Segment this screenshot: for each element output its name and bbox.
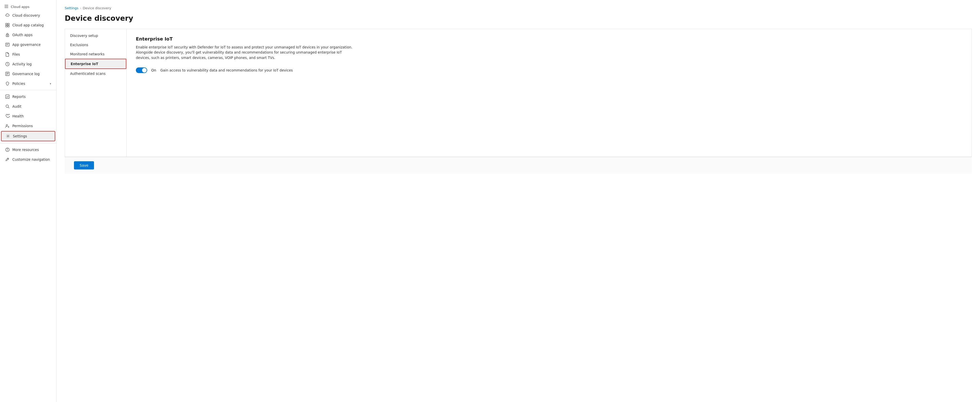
sidebar-item-health[interactable]: Health [1, 112, 55, 121]
content-area: Settings › Device discovery Device disco… [57, 0, 980, 402]
cloud-discovery-icon [5, 13, 10, 18]
sidebar-item-customize-nav[interactable]: Customize navigation [1, 155, 55, 164]
sidebar-item-audit[interactable]: Audit [1, 102, 55, 111]
sidebar-label-files: Files [12, 52, 20, 56]
settings-icon [6, 134, 10, 138]
sidebar-label-audit: Audit [12, 104, 21, 108]
oauth-apps-icon [5, 33, 10, 37]
toggle-row: On Gain access to vulnerability data and… [136, 67, 962, 73]
enterprise-iot-panel: Enterprise IoT Enable enterprise IoT sec… [127, 29, 972, 157]
panel-footer: Save [65, 157, 972, 174]
sidebar-item-more-resources[interactable]: More resources [1, 145, 55, 154]
panel-container: Discovery setup Exclusions Monitored net… [65, 29, 972, 157]
files-icon [5, 52, 10, 57]
save-button[interactable]: Save [74, 161, 94, 169]
svg-rect-9 [6, 43, 9, 46]
sidebar-item-files[interactable]: Files [1, 50, 55, 59]
svg-rect-4 [8, 23, 9, 25]
main-content: Settings › Device discovery Device disco… [57, 0, 980, 402]
svg-rect-5 [6, 25, 7, 27]
sidebar-item-activity-log[interactable]: Activity log [1, 60, 55, 69]
sidebar-top-item[interactable]: Cloud apps [0, 2, 56, 11]
governance-log-icon [5, 71, 10, 76]
permissions-icon [5, 123, 10, 128]
breadcrumb-current: Device discovery [83, 6, 111, 10]
svg-point-8 [7, 35, 8, 36]
hamburger-icon [4, 4, 9, 9]
sidebar-label-reports: Reports [12, 95, 26, 99]
sidebar-item-cloud-discovery[interactable]: Cloud discovery [1, 11, 55, 20]
breadcrumb-separator: › [80, 6, 81, 10]
sidebar-label-customize-nav: Customize navigation [12, 157, 50, 161]
svg-rect-17 [6, 95, 9, 98]
svg-point-22 [8, 136, 9, 137]
svg-line-19 [8, 107, 9, 108]
sidebar-label-activity-log: Activity log [12, 62, 32, 66]
sub-nav-exclusions[interactable]: Exclusions [65, 40, 126, 49]
sidebar-label-oauth-apps: OAuth apps [12, 33, 33, 37]
app-governance-icon [5, 42, 10, 47]
reports-icon [5, 94, 10, 99]
sidebar-divider-1 [0, 90, 56, 90]
sidebar-item-app-governance[interactable]: App governance [1, 40, 55, 49]
sidebar: Cloud apps Cloud discovery Cloud app cat… [0, 0, 57, 402]
customize-nav-icon [5, 157, 10, 162]
sidebar-label-policies: Policies [12, 82, 25, 85]
sub-nav-monitored-networks[interactable]: Monitored networks [65, 49, 126, 59]
page-title: Device discovery [65, 14, 972, 22]
sidebar-label-permissions: Permissions [12, 124, 33, 128]
policies-icon [5, 81, 10, 86]
sub-nav-authenticated-scans[interactable]: Authenticated scans [65, 69, 126, 78]
breadcrumb-settings-link[interactable]: Settings [65, 6, 78, 10]
sidebar-item-governance-log[interactable]: Governance log [1, 69, 55, 78]
toggle-description: Gain access to vulnerability data and re… [160, 68, 293, 72]
sidebar-label-cloud-discovery: Cloud discovery [12, 13, 40, 17]
svg-rect-3 [6, 23, 7, 25]
sidebar-label-app-governance: App governance [12, 43, 41, 47]
enterprise-iot-title: Enterprise IoT [136, 36, 962, 41]
toggle-state-label: On [151, 68, 156, 72]
sidebar-label-more-resources: More resources [12, 148, 39, 152]
sidebar-label-health: Health [12, 114, 24, 118]
audit-icon [5, 104, 10, 109]
svg-point-18 [6, 105, 8, 108]
enterprise-iot-toggle[interactable] [136, 67, 147, 73]
more-resources-icon [5, 147, 10, 152]
enterprise-iot-description: Enable enterprise IoT security with Defe… [136, 44, 354, 60]
svg-point-25 [7, 149, 8, 149]
sidebar-item-policies[interactable]: Policies ▾ [1, 79, 55, 88]
svg-rect-6 [8, 25, 9, 27]
policies-chevron: ▾ [50, 82, 51, 85]
sidebar-item-permissions[interactable]: Permissions [1, 121, 55, 130]
cloud-app-catalog-icon [5, 23, 10, 27]
sidebar-top-label: Cloud apps [11, 5, 30, 9]
sidebar-label-cloud-app-catalog: Cloud app catalog [12, 23, 44, 27]
sidebar-item-oauth-apps[interactable]: OAuth apps [1, 30, 55, 40]
activity-log-icon [5, 62, 10, 66]
sidebar-label-settings: Settings [13, 134, 27, 138]
sidebar-label-governance-log: Governance log [12, 72, 40, 76]
health-icon [5, 114, 10, 119]
sidebar-item-settings[interactable]: Settings [1, 131, 55, 141]
sidebar-item-reports[interactable]: Reports [1, 92, 55, 101]
sub-nav-enterprise-iot[interactable]: Enterprise IoT [65, 59, 126, 69]
breadcrumb: Settings › Device discovery [65, 6, 972, 10]
sub-navigation: Discovery setup Exclusions Monitored net… [65, 29, 127, 157]
sub-nav-discovery-setup[interactable]: Discovery setup [65, 31, 126, 40]
sidebar-item-cloud-app-catalog[interactable]: Cloud app catalog [1, 21, 55, 30]
